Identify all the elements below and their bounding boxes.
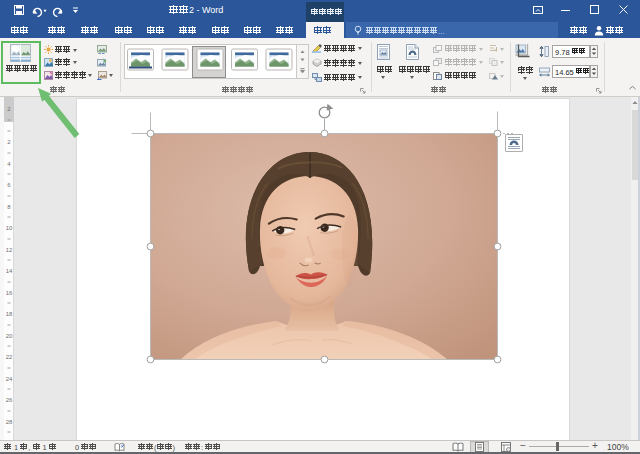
svg-text:12: 12 [6, 247, 13, 253]
svg-text:20: 20 [6, 333, 13, 339]
svg-text:4: 4 [7, 161, 11, 167]
svg-text:10: 10 [6, 225, 13, 231]
svg-text:28: 28 [6, 419, 13, 425]
svg-text:2: 2 [7, 139, 11, 145]
svg-text:16: 16 [6, 290, 13, 296]
svg-text:18: 18 [6, 311, 13, 317]
svg-text:2: 2 [7, 106, 11, 112]
svg-text:8: 8 [7, 204, 11, 210]
svg-text:24: 24 [6, 376, 13, 382]
svg-text:14: 14 [6, 268, 13, 274]
svg-text:22: 22 [6, 354, 13, 360]
svg-text:26: 26 [6, 397, 13, 403]
svg-text:6: 6 [7, 182, 11, 188]
